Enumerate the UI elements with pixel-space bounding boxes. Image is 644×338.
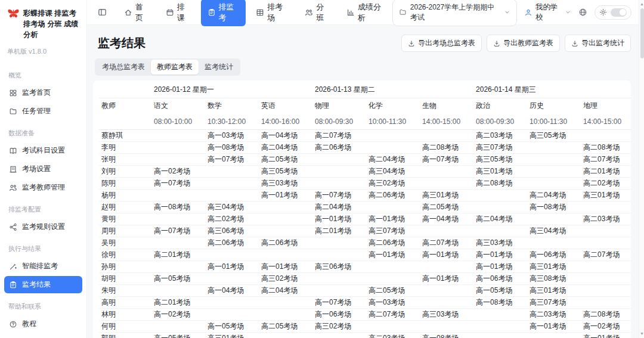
exam-room-cell: 高二07考场 <box>312 129 366 141</box>
scrollbar-thumb[interactable] <box>640 8 644 58</box>
sidebar-item-教程[interactable]: 教程 <box>4 315 82 333</box>
sidebar-toggle-icon[interactable] <box>95 5 109 19</box>
theme-switch-knob[interactable] <box>611 8 627 17</box>
sidebar-section-label: 排监考配置 <box>0 197 86 217</box>
teacher-name-cell: 李明 <box>99 141 151 153</box>
exam-room-cell <box>312 249 366 261</box>
time-slot-header: 08:00-09:30 <box>312 114 366 129</box>
nav-item-label: 分班 <box>316 2 330 23</box>
exam-room-cell: 高二01考场 <box>312 225 366 237</box>
sidebar-item-考场设置[interactable]: 考场设置 <box>4 160 82 178</box>
nav-item-成绩分析[interactable]: 成绩分析 <box>340 0 392 26</box>
export-button-label: 导出教师监考表 <box>503 38 553 48</box>
window-scrollbar[interactable]: ▲ ▼ <box>639 0 644 338</box>
exam-selector-label: 2026-2027学年上学期期中考试 <box>410 2 500 23</box>
sidebar-item-任务管理[interactable]: 任务管理 <box>4 103 82 120</box>
exam-room-cell: 高二04考场 <box>312 201 366 213</box>
exam-room-cell <box>312 284 366 296</box>
teacher-name-cell: 杨明 <box>99 189 151 201</box>
sidebar-item-监考首页[interactable]: 监考首页 <box>4 84 82 101</box>
sidebar-item-软件永久使用[interactable]: 软件永久使用 <box>4 334 82 338</box>
exam-room-cell <box>259 201 312 213</box>
exam-selector[interactable]: 2026-2027学年上学期期中考试 <box>392 0 517 26</box>
export-button-导出教师监考表[interactable]: 导出教师监考表 <box>487 35 560 52</box>
exam-room-cell <box>366 201 420 213</box>
exam-room-cell <box>420 261 473 272</box>
sidebar-item-监考教师管理[interactable]: 监考教师管理 <box>4 179 82 196</box>
table-row: 孙明高一01考场高一01考场高三06考场高一01考场高三01考场 <box>99 261 631 272</box>
time-slot-header: 08:00-10:00 <box>151 114 205 129</box>
exam-room-cell <box>312 165 366 177</box>
table-row: 胡明高一05考场高三02考场高一01考场高一06考场高三08考场 <box>99 272 631 284</box>
exam-room-cell <box>312 272 366 284</box>
sidebar-item-label: 考试科目设置 <box>22 145 65 156</box>
export-button-group: 导出考场总监考表导出教师监考表导出监考统计 <box>401 35 631 52</box>
exam-room-cell <box>420 165 473 177</box>
exam-room-cell <box>366 272 420 284</box>
sidebar-item-智能排监考[interactable]: 智能排监考 <box>4 258 82 275</box>
sidebar-menu: 概览监考首页任务管理数据准备考试科目设置考场设置监考教师管理排监考配置监考规则设… <box>0 63 86 338</box>
exam-room-cell: 高二04考场 <box>473 213 527 225</box>
globe-icon[interactable] <box>578 8 587 17</box>
nav-item-排考场[interactable]: 排考场 <box>249 0 295 26</box>
sidebar-item-label: 教程 <box>22 319 36 329</box>
chart-icon <box>346 8 355 17</box>
sidebar-section-label: 数据准备 <box>0 121 86 141</box>
teacher-column-header: 教师 <box>99 98 151 114</box>
nav-item-分班[interactable]: 分班 <box>298 0 336 26</box>
exam-room-cell: 高一08考场 <box>205 141 259 153</box>
time-slot-header: 14:00-16:00 <box>259 114 312 129</box>
sidebar-item-label: 监考规则设置 <box>22 222 65 232</box>
exam-room-cell: 高一06考场 <box>527 249 581 261</box>
exam-room-cell: 高二07考场 <box>581 153 631 165</box>
export-button-导出考场总监考表[interactable]: 导出考场总监考表 <box>401 35 482 52</box>
exam-room-cell <box>312 177 366 189</box>
teacher-name-cell: 何明 <box>99 320 151 332</box>
exam-room-cell <box>527 177 581 189</box>
topbar: 首页排课排监考排考场分班成绩分析 2026-2027学年上学期期中考试 我的学校 <box>87 0 639 25</box>
teacher-name-cell: 陈明 <box>99 177 151 189</box>
exam-room-cell <box>205 272 259 284</box>
exam-room-cell <box>473 201 527 213</box>
exam-room-cell: 高二05考场 <box>366 284 420 296</box>
scrollbar-up-arrow[interactable]: ▲ <box>639 1 644 7</box>
subject-header: 英语 <box>259 98 312 114</box>
tab-监考统计[interactable]: 监考统计 <box>199 60 239 75</box>
nav-item-排监考[interactable]: 排监考 <box>201 0 246 26</box>
exam-room-cell: 高一05考场 <box>151 272 205 284</box>
exam-room-cell: 高一06考场 <box>473 272 527 284</box>
exam-room-cell <box>205 308 259 320</box>
exam-room-cell: 高一01考场 <box>259 261 312 272</box>
sidebar-item-监考结果[interactable]: 监考结果 <box>4 276 82 293</box>
exam-room-cell: 高一03考场 <box>205 129 259 141</box>
tab-教师监考表[interactable]: 教师监考表 <box>151 60 199 75</box>
exam-room-cell: 高一05考场 <box>205 320 259 332</box>
table-row: 周明高一07考场高三06考场高二01考场高三07考场高三04考场 <box>99 225 631 237</box>
exam-room-cell <box>527 237 581 249</box>
scrollbar-down-arrow[interactable]: ▼ <box>639 331 644 337</box>
sidebar-item-考试科目设置[interactable]: 考试科目设置 <box>4 142 82 159</box>
nav-item-排课[interactable]: 排课 <box>159 0 197 26</box>
teacher-name-cell: 孙明 <box>99 261 151 272</box>
theme-toggle[interactable] <box>595 5 631 20</box>
school-menu[interactable]: 我的学校 <box>524 2 571 23</box>
exam-room-cell: 高三06考场 <box>312 261 366 272</box>
exam-room-cell: 高一01考场 <box>312 213 366 225</box>
exam-room-cell: 高三03考场 <box>259 177 312 189</box>
exam-room-cell <box>366 261 420 272</box>
exam-room-cell <box>151 141 205 153</box>
exam-room-cell: 高三04考场 <box>366 165 420 177</box>
nav-item-首页[interactable]: 首页 <box>117 0 156 26</box>
exam-room-cell: 高三02考场 <box>312 320 366 332</box>
calendar-icon <box>166 8 174 17</box>
exam-room-cell: 高二03考场 <box>366 332 420 338</box>
exam-room-cell: 高三02考场 <box>366 177 420 189</box>
app-window: 彩蝶排课 排监考 排考场 分班 成绩分析 单机版 v1.8.0 概览监考首页任务… <box>0 0 639 338</box>
exam-room-cell <box>420 284 473 296</box>
tab-考场总监考表[interactable]: 考场总监考表 <box>96 60 151 75</box>
export-button-导出监考统计[interactable]: 导出监考统计 <box>565 35 631 52</box>
app-logo-row: 彩蝶排课 排监考 排考场 分班 成绩分析 <box>0 8 86 40</box>
exam-room-cell: 高一01考场 <box>420 272 473 284</box>
exam-room-cell <box>581 261 631 272</box>
sidebar-item-监考规则设置[interactable]: 监考规则设置 <box>4 218 82 235</box>
